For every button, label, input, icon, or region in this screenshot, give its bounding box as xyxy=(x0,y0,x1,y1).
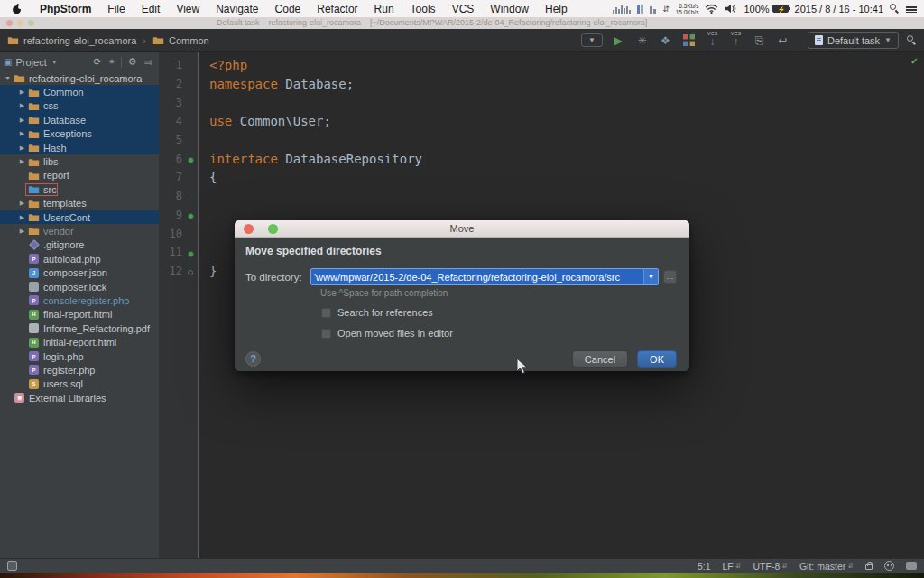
tree-item-register-php[interactable]: Pregister.php xyxy=(0,363,159,377)
tree-item-hash[interactable]: ▶Hash xyxy=(0,141,159,154)
task-combo[interactable]: Default task ▼ xyxy=(808,32,899,49)
tree-expand-icon[interactable]: ▼ xyxy=(4,75,12,81)
hector-inspection-icon[interactable] xyxy=(884,561,894,571)
path-dropdown-icon[interactable]: ▼ xyxy=(643,269,658,284)
window-traffic-lights[interactable] xyxy=(6,20,34,26)
menu-item-navigate[interactable]: Navigate xyxy=(208,3,266,15)
git-branch-selector[interactable]: Git: master⇵ xyxy=(799,561,854,572)
tree-item-autoload-php[interactable]: Pautoload.php xyxy=(0,252,159,266)
tree-item-templates[interactable]: ▶templates xyxy=(0,197,159,210)
tree-item-css[interactable]: ▶css xyxy=(0,99,159,113)
zoom-window-icon[interactable] xyxy=(28,20,34,26)
tree-expand-icon[interactable]: ▶ xyxy=(18,144,26,152)
code-line-5[interactable]: 5 xyxy=(159,131,924,150)
code-line-7[interactable]: 7{ xyxy=(159,168,924,187)
encoding-selector[interactable]: UTF-8⇵ xyxy=(753,561,788,572)
tree-item-login-php[interactable]: Plogin.php xyxy=(0,350,159,363)
cancel-button[interactable]: Cancel xyxy=(572,350,628,368)
network-speed[interactable]: 6.5Kb/s 15.0Kb/s xyxy=(676,3,699,15)
code-line-6[interactable]: 6interface DatabaseRepository xyxy=(159,149,924,168)
tree-item-final-report-html[interactable]: Hfinal-report.html xyxy=(0,308,159,322)
locate-icon[interactable]: ⌖ xyxy=(109,56,115,68)
gutter-marker-icon[interactable] xyxy=(182,150,199,167)
tree-item-userscont[interactable]: ▶UsersCont xyxy=(0,210,159,224)
tree-expand-icon[interactable]: ▶ xyxy=(18,200,26,207)
help-button[interactable]: ? xyxy=(245,351,261,367)
sync-icon[interactable]: ⟳ xyxy=(93,56,101,68)
tree-expand-icon[interactable]: ▶ xyxy=(18,158,26,165)
cpu-meter-icon[interactable] xyxy=(613,4,631,14)
code-line-8[interactable]: 8 xyxy=(159,187,924,206)
tree-item-common[interactable]: ▶Common xyxy=(0,85,159,98)
notification-center-icon[interactable] xyxy=(906,5,917,14)
close-window-icon[interactable] xyxy=(6,20,13,26)
tree-expand-icon[interactable]: ▶ xyxy=(18,130,26,137)
search-for-references-checkbox[interactable]: Search for references xyxy=(321,307,677,318)
tree-item-informe-refactoring-pdf[interactable]: Informe_Refactoring.pdf xyxy=(0,322,159,335)
dialog-title-bar[interactable]: Move xyxy=(235,220,689,238)
spotlight-search-icon[interactable] xyxy=(890,4,900,14)
open-moved-files-checkbox[interactable]: Open moved files in editor xyxy=(321,328,677,339)
breadcrumb-common[interactable]: Common xyxy=(152,35,209,46)
tree-item-exceptions[interactable]: ▶Exceptions xyxy=(0,127,159,141)
tree-expand-icon[interactable]: ▶ xyxy=(18,117,26,124)
coverage-icon[interactable]: ❖ xyxy=(658,33,673,48)
tree-item-consoleregister-php[interactable]: Pconsoleregister.php xyxy=(0,294,159,307)
menu-item-refactor[interactable]: Refactor xyxy=(309,3,365,15)
code-line-3[interactable]: 3 xyxy=(159,93,924,112)
menu-item-code[interactable]: Code xyxy=(267,3,310,15)
gutter-marker-icon[interactable] xyxy=(182,206,199,223)
wifi-icon[interactable] xyxy=(705,4,718,14)
memory-meter-icon[interactable] xyxy=(637,4,643,14)
event-log-icon[interactable] xyxy=(906,562,917,570)
tree-item-composer-json[interactable]: Jcomposer.json xyxy=(0,266,159,279)
menu-item-vcs[interactable]: VCS xyxy=(444,3,483,15)
settings-gear-icon[interactable]: ⚙ xyxy=(128,56,137,68)
profiler-icon[interactable] xyxy=(681,33,697,48)
vcs-commit-icon[interactable]: VCS↑ xyxy=(728,33,744,48)
checkbox-icon[interactable] xyxy=(321,308,331,318)
code-line-4[interactable]: 4use Common\User; xyxy=(159,112,924,131)
directory-path-field[interactable]: 'www/mpwar/2015-2/de-04_Refactoring/refa… xyxy=(310,268,659,285)
tree-expand-icon[interactable]: ▶ xyxy=(18,228,26,235)
tree-item-users-sql[interactable]: Susers.sql xyxy=(0,378,159,391)
hide-panel-icon[interactable]: ⫤ xyxy=(144,56,152,68)
checkbox-icon[interactable] xyxy=(321,329,331,339)
code-line-2[interactable]: 2namespace Database; xyxy=(159,75,924,94)
volume-icon[interactable] xyxy=(725,4,737,14)
inspection-ok-icon[interactable]: ✔ xyxy=(911,54,918,67)
menu-item-window[interactable]: Window xyxy=(482,3,537,15)
debug-icon[interactable]: ✳ xyxy=(634,33,650,48)
tree-expand-icon[interactable]: ▶ xyxy=(18,102,26,109)
revert-icon[interactable]: ↩ xyxy=(775,33,790,48)
menu-item-run[interactable]: Run xyxy=(366,3,402,15)
run-icon[interactable]: ▶ xyxy=(611,33,626,48)
code-line-1[interactable]: 1<?php xyxy=(159,56,924,75)
apple-icon[interactable] xyxy=(11,3,23,14)
vcs-push-icon[interactable]: ⎘ xyxy=(752,33,767,48)
vcs-update-icon[interactable]: VCS↓ xyxy=(705,33,720,48)
tree-item-src[interactable]: src xyxy=(0,182,159,196)
toolwindow-toggle-icon[interactable] xyxy=(7,561,17,571)
write-access-lock-icon[interactable] xyxy=(865,564,873,570)
gutter-marker-icon[interactable] xyxy=(182,262,199,279)
project-view-combo[interactable]: Project xyxy=(15,57,46,68)
search-everywhere-icon[interactable] xyxy=(907,35,917,45)
battery-indicator[interactable]: 100% ⚡ xyxy=(744,4,788,14)
menu-item-help[interactable]: Help xyxy=(537,3,576,15)
chevron-down-icon[interactable]: ▼ xyxy=(51,59,58,65)
tree-item-vendor[interactable]: ▶vendor xyxy=(0,224,159,238)
menu-item-phpstorm[interactable]: PhpStorm xyxy=(32,3,99,15)
minimize-window-icon[interactable] xyxy=(17,20,23,26)
tree-item-initial-report-html[interactable]: Hinitial-report.html xyxy=(0,335,159,349)
updown-arrows-icon[interactable]: ⇵ xyxy=(662,5,670,14)
tree-item-refactoring-eloi-rocamora[interactable]: ▼refactoring-eloi_rocamora xyxy=(0,71,159,85)
menu-item-file[interactable]: File xyxy=(99,3,133,15)
tree-item-database[interactable]: ▶Database xyxy=(0,113,159,126)
menu-item-tools[interactable]: Tools xyxy=(402,3,444,15)
caret-position[interactable]: 5:1 xyxy=(698,561,711,572)
gutter-marker-icon[interactable] xyxy=(182,244,199,261)
tree-item-external-libraries[interactable]: ≣External Libraries xyxy=(0,391,159,405)
line-ending-selector[interactable]: LF⇵ xyxy=(723,561,742,572)
tree-expand-icon[interactable]: ▶ xyxy=(18,89,26,96)
